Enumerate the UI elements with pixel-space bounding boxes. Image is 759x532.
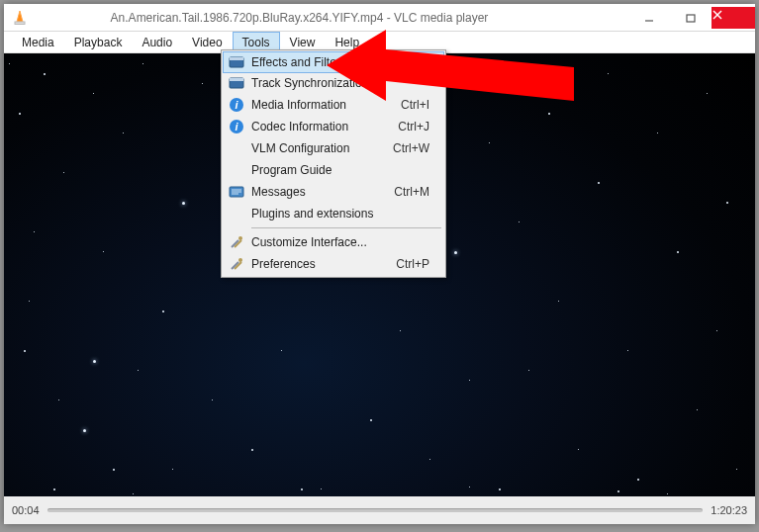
menuitem-label: Track Synchronization — [249, 76, 429, 90]
card-icon — [224, 75, 249, 91]
menu-label: Audio — [142, 36, 172, 49]
menuitem-shortcut: Ctrl+I — [401, 98, 443, 112]
menuitem-shortcut: Ctrl+E — [396, 55, 443, 69]
tools-icon — [224, 256, 249, 272]
close-button[interactable] — [712, 7, 755, 29]
svg-rect-9 — [230, 78, 243, 81]
menuitem-label: Customize Interface... — [249, 235, 429, 249]
menu-label: Tools — [242, 36, 270, 49]
menuitem-preferences[interactable]: Preferences Ctrl+P — [224, 253, 443, 275]
svg-point-20 — [238, 236, 242, 240]
info-icon: i — [224, 97, 249, 113]
menu-label: Help — [334, 36, 359, 49]
menuitem-shortcut: Ctrl+P — [396, 257, 443, 271]
menu-playback[interactable]: Playback — [64, 32, 133, 52]
menuitem-label: Plugins and extensions — [249, 207, 429, 221]
menuitem-messages[interactable]: Messages Ctrl+M — [224, 181, 443, 203]
menu-label: Media — [22, 36, 54, 49]
tools-dropdown: Effects and Filters Ctrl+E Track Synchro… — [221, 49, 446, 278]
menuitem-label: VLM Configuration — [249, 141, 393, 155]
svg-rect-3 — [687, 15, 695, 22]
time-elapsed: 00:04 — [12, 504, 40, 516]
menu-audio[interactable]: Audio — [132, 32, 182, 52]
menuitem-shortcut: Ctrl+W — [393, 141, 443, 155]
messages-icon — [224, 184, 249, 200]
menuitem-effects-and-filters[interactable]: Effects and Filters Ctrl+E — [223, 51, 444, 73]
menuitem-media-information[interactable]: i Media Information Ctrl+I — [224, 94, 443, 116]
menuitem-label: Preferences — [249, 257, 396, 271]
menu-label: Playback — [74, 36, 123, 49]
menuitem-label: Effects and Filters — [249, 55, 396, 69]
menu-label: Video — [192, 36, 222, 49]
menuitem-shortcut: Ctrl+J — [398, 120, 443, 133]
seek-track[interactable] — [47, 503, 704, 517]
menuitem-customize-interface[interactable]: Customize Interface... — [224, 231, 443, 253]
menuitem-shortcut: Ctrl+M — [394, 185, 443, 199]
seekbar: 00:04 1:20:23 — [4, 496, 755, 524]
maximize-button[interactable] — [670, 7, 712, 29]
titlebar: An.American.Tail.1986.720p.BluRay.x264.Y… — [4, 4, 755, 32]
window-controls — [628, 7, 755, 29]
menu-media[interactable]: Media — [12, 32, 64, 52]
menuitem-plugins-and-extensions[interactable]: Plugins and extensions — [224, 203, 443, 224]
menuitem-label: Codec Information — [249, 120, 398, 133]
menu-separator — [251, 227, 441, 228]
minimize-button[interactable] — [628, 7, 670, 29]
menuitem-program-guide[interactable]: Program Guide — [224, 159, 443, 181]
menuitem-label: Media Information — [249, 98, 401, 112]
menuitem-label: Program Guide — [249, 163, 429, 177]
svg-rect-7 — [230, 57, 243, 60]
info-icon: i — [224, 119, 249, 134]
card-icon — [224, 54, 249, 70]
menuitem-label: Messages — [249, 185, 394, 199]
menuitem-codec-information[interactable]: i Codec Information Ctrl+J — [224, 116, 443, 137]
window-title: An.American.Tail.1986.720p.BluRay.x264.Y… — [0, 11, 628, 25]
menuitem-track-synchronization[interactable]: Track Synchronization — [224, 72, 443, 94]
menu-label: View — [290, 36, 316, 49]
menuitem-vlm-configuration[interactable]: VLM Configuration Ctrl+W — [224, 137, 443, 159]
tools-icon — [224, 234, 249, 250]
svg-point-23 — [238, 258, 242, 262]
time-total: 1:20:23 — [711, 504, 747, 516]
